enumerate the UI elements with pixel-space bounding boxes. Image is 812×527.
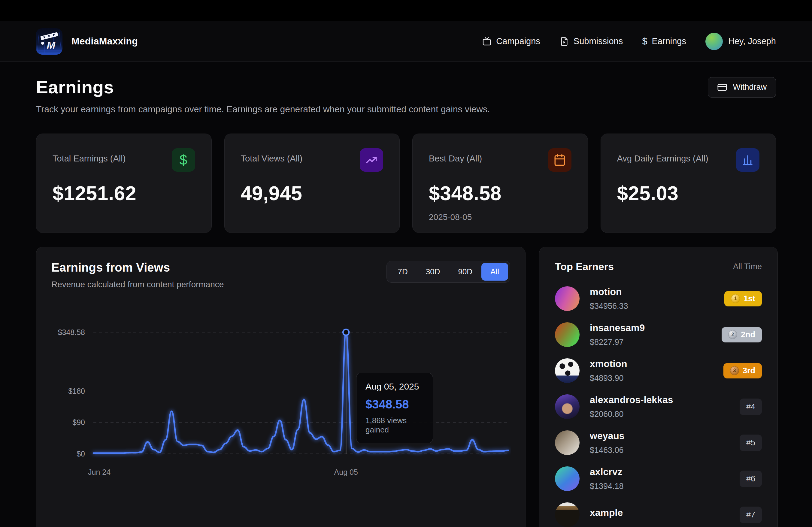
stat-value: $1251.62 bbox=[53, 182, 195, 205]
rank-label: 2nd bbox=[741, 330, 755, 340]
earner-name: xample bbox=[590, 507, 623, 518]
stat-value: 49,945 bbox=[241, 182, 383, 205]
nav-item-submissions[interactable]: Submissions bbox=[560, 36, 623, 46]
withdraw-label: Withdraw bbox=[733, 82, 767, 92]
rank-label: #6 bbox=[746, 474, 755, 483]
earner-name: motion bbox=[590, 286, 628, 297]
dollar-icon: $ bbox=[172, 148, 195, 172]
bar-chart-icon bbox=[736, 148, 759, 172]
calendar-icon bbox=[548, 148, 571, 172]
top-black-strip bbox=[0, 0, 812, 21]
user-greeting: Hey, Joseph bbox=[728, 36, 776, 46]
svg-text:$348.58: $348.58 bbox=[58, 328, 85, 336]
tooltip-date: Aug 05, 2025 bbox=[365, 381, 424, 392]
earner-row: xample #7 bbox=[555, 502, 762, 527]
rank-badge: #5 bbox=[740, 435, 762, 451]
rank-badge: #7 bbox=[740, 507, 762, 523]
earner-amount: $34956.33 bbox=[590, 302, 628, 311]
credit-card-icon bbox=[717, 82, 727, 92]
earner-amount: $8227.97 bbox=[590, 337, 645, 347]
earner-row: alexandros-lekkas $2060.80 #4 bbox=[555, 394, 762, 419]
nav-label-campaigns: Campaigns bbox=[496, 36, 540, 46]
rank-label: 3rd bbox=[743, 366, 755, 375]
rank-label: #5 bbox=[746, 438, 755, 448]
earner-row: motion $34956.33 1 1st bbox=[555, 286, 762, 311]
nav-item-earnings[interactable]: $ Earnings bbox=[642, 36, 686, 47]
stat-label: Total Views (All) bbox=[241, 154, 303, 164]
svg-text:$0: $0 bbox=[76, 450, 85, 458]
brand-name: MediaMaxxing bbox=[71, 36, 138, 47]
user-menu[interactable]: Hey, Joseph bbox=[706, 33, 776, 50]
svg-text:M: M bbox=[47, 39, 56, 51]
gold-medal-icon: 1 bbox=[731, 294, 740, 303]
stats-row: Total Earnings (All) $ $1251.62 Total Vi… bbox=[36, 134, 776, 233]
app-header: M MediaMaxxing Campaigns Submissions $ E… bbox=[0, 21, 812, 62]
nav-item-campaigns[interactable]: Campaigns bbox=[482, 36, 540, 46]
earner-avatar bbox=[555, 322, 580, 347]
time-range-selector: 7D 30D 90D All bbox=[387, 261, 510, 283]
top-earners-card: Top Earners All Time motion $34956.33 1 … bbox=[539, 247, 778, 527]
dollar-icon: $ bbox=[642, 36, 647, 47]
rank-badge: #6 bbox=[740, 470, 762, 487]
page-subtitle: Track your earnings from campaigns over … bbox=[36, 104, 776, 114]
top-earners-list: motion $34956.33 1 1st insanesam9 $8227.… bbox=[555, 286, 762, 527]
brand[interactable]: M MediaMaxxing bbox=[36, 28, 138, 55]
nav-label-earnings: Earnings bbox=[652, 36, 686, 46]
earner-row: insanesam9 $8227.97 2 2nd bbox=[555, 322, 762, 347]
rank-badge: #4 bbox=[740, 398, 762, 415]
stat-card-total-earnings: Total Earnings (All) $ $1251.62 bbox=[36, 134, 212, 233]
rank-badge-gold: 1 1st bbox=[724, 291, 762, 306]
range-button-all[interactable]: All bbox=[481, 263, 508, 281]
page-title: Earnings bbox=[36, 77, 114, 97]
rank-label: #7 bbox=[746, 510, 755, 520]
chart-tooltip: Aug 05, 2025 $348.58 1,868 views gained bbox=[356, 373, 433, 443]
stat-card-total-views: Total Views (All) 49,945 bbox=[224, 134, 400, 233]
range-button-90d[interactable]: 90D bbox=[449, 263, 481, 281]
top-earners-title: Top Earners bbox=[555, 261, 614, 272]
earnings-chart-card: Earnings from Views Revenue calculated f… bbox=[36, 247, 525, 527]
earner-row: axlcrvz $1394.18 #6 bbox=[555, 466, 762, 491]
svg-text:Jun 24: Jun 24 bbox=[88, 468, 111, 476]
rank-label: 1st bbox=[743, 294, 755, 303]
earner-name: axlcrvz bbox=[590, 466, 624, 478]
svg-text:$90: $90 bbox=[72, 418, 85, 426]
earner-amount: $2060.80 bbox=[590, 410, 673, 419]
trending-up-icon bbox=[360, 148, 383, 172]
earner-row: xmotion $4893.90 3 3rd bbox=[555, 358, 762, 383]
tv-icon bbox=[482, 36, 492, 46]
earner-amount: $4893.90 bbox=[590, 374, 627, 383]
earner-avatar bbox=[555, 502, 580, 527]
svg-text:Aug 05: Aug 05 bbox=[334, 468, 358, 476]
brand-logo-icon: M bbox=[36, 28, 62, 55]
stat-value: $348.58 bbox=[429, 182, 571, 205]
earner-avatar bbox=[555, 358, 580, 383]
range-button-7d[interactable]: 7D bbox=[389, 263, 417, 281]
rank-badge-bronze: 3 3rd bbox=[723, 363, 762, 378]
svg-text:$180: $180 bbox=[68, 387, 85, 395]
stat-label: Avg Daily Earnings (All) bbox=[617, 154, 708, 164]
earner-name: weyaus bbox=[590, 431, 625, 441]
stat-label: Total Earnings (All) bbox=[53, 154, 126, 164]
earner-name: insanesam9 bbox=[590, 322, 645, 333]
earner-avatar bbox=[555, 431, 580, 455]
stat-label: Best Day (All) bbox=[429, 154, 482, 164]
withdraw-button[interactable]: Withdraw bbox=[708, 77, 776, 97]
stat-card-best-day: Best Day (All) $348.58 2025-08-05 bbox=[412, 134, 588, 233]
earnings-line-chart[interactable]: $0$90$180$348.58Jun 24Aug 05 bbox=[52, 325, 511, 493]
earner-avatar bbox=[555, 394, 580, 419]
top-earners-period: All Time bbox=[733, 262, 762, 271]
earner-avatar bbox=[555, 466, 580, 491]
earner-row: weyaus $1463.06 #5 bbox=[555, 431, 762, 455]
file-play-icon bbox=[560, 36, 569, 46]
earner-amount: $1394.18 bbox=[590, 482, 624, 491]
range-button-30d[interactable]: 30D bbox=[417, 263, 449, 281]
stat-sub-date: 2025-08-05 bbox=[429, 212, 571, 222]
nav-label-submissions: Submissions bbox=[574, 36, 623, 46]
earner-name: alexandros-lekkas bbox=[590, 394, 673, 405]
rank-label: #4 bbox=[746, 402, 755, 411]
user-avatar bbox=[706, 33, 723, 50]
chart-subtitle: Revenue calculated from content performa… bbox=[52, 280, 224, 289]
tooltip-amount: $348.58 bbox=[365, 398, 424, 411]
stat-card-avg-daily: Avg Daily Earnings (All) $25.03 bbox=[600, 134, 776, 233]
main-content: Earnings Withdraw Track your earnings fr… bbox=[0, 62, 812, 527]
